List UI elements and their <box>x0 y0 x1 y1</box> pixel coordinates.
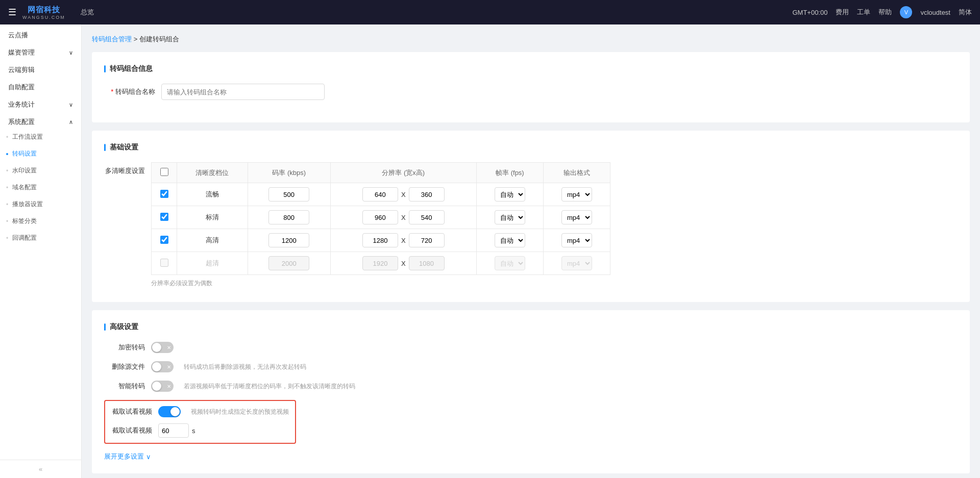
smart-transcode-desc: 若源视频码率低于清晰度档位的码率，则不触发该清晰度的转码 <box>184 382 355 391</box>
resolution-note: 分辨率必须设置为偶数 <box>151 279 610 288</box>
sidebar-item-cloud-edit[interactable]: 云端剪辑 <box>0 59 81 77</box>
top-navigation: ☰ 网宿科技 WANGSU.COM 总览 GMT+00:00 费用 工单 帮助 … <box>0 0 980 24</box>
advanced-settings-title: 高级设置 <box>104 322 958 332</box>
simplify-link[interactable]: 简体 <box>959 8 972 17</box>
thumbnail-duration-unit: s <box>192 427 195 435</box>
right-nav-items: GMT+00:00 费用 工单 帮助 V vcloudtest 简体 <box>792 6 972 18</box>
thumbnail-toggle-thumb <box>170 407 180 416</box>
thumbnail-toggle-row: 截取试看视频 视频转码时生成指定长度的预览视频 <box>111 406 289 417</box>
thumbnail-desc: 视频转码时生成指定长度的预览视频 <box>191 408 289 416</box>
delete-source-desc: 转码成功后将删除源视频，无法再次发起转码 <box>184 363 306 371</box>
breadcrumb-parent[interactable]: 转码组合管理 <box>92 35 132 43</box>
sidebar: 云点播 媒资管理 ∨ 云端剪辑 自助配置 业务统计 ∨ 系统配置 ∧ 工作流设置… <box>0 24 82 478</box>
breadcrumb: 转码组合管理 > 创建转码组合 <box>92 35 970 44</box>
encrypt-row: 加密转码 ✕ <box>104 342 958 353</box>
thumbnail-duration-input[interactable] <box>158 423 189 438</box>
width-input[interactable] <box>362 210 398 224</box>
fps-select[interactable]: 自动 <box>495 187 525 202</box>
sidebar-item-system-config[interactable]: 系统配置 ∧ <box>0 111 81 129</box>
x-separator: X <box>401 237 406 244</box>
menu-icon[interactable]: ☰ <box>8 7 16 18</box>
th-checkbox <box>152 163 177 183</box>
sidebar-item-tag[interactable]: 标签分类 <box>0 213 81 230</box>
fees-link[interactable]: 费用 <box>836 8 849 17</box>
quality-table: 清晰度档位 码率 (kbps) 分辨率 (宽x高) 帧率 (fps) 输出格式 … <box>151 162 610 275</box>
th-resolution: 分辨率 (宽x高) <box>330 163 476 183</box>
breadcrumb-separator: > <box>134 35 138 43</box>
format-select[interactable]: mp4 <box>561 187 592 202</box>
gmt-label: GMT+00:00 <box>792 9 827 16</box>
chevron-up-icon: ∧ <box>69 119 73 125</box>
th-format: 输出格式 <box>543 163 610 183</box>
expand-more-link[interactable]: 展开更多设置 ∨ <box>104 452 958 461</box>
smart-transcode-row: 智能转码 ✕ 若源视频码率低于清晰度档位的码率，则不触发该清晰度的转码 <box>104 381 958 392</box>
row-checkbox-2[interactable] <box>160 236 168 244</box>
combo-name-label: 转码组合名称 <box>104 87 155 96</box>
username-label[interactable]: vcloudtest <box>920 9 950 16</box>
table-row: 超清X自动mp4 <box>152 252 610 275</box>
bitrate-input[interactable] <box>268 233 309 247</box>
combo-name-input[interactable] <box>161 84 325 100</box>
sidebar-item-workflow[interactable]: 工作流设置 <box>0 129 81 145</box>
sidebar-item-player[interactable]: 播放器设置 <box>0 196 81 213</box>
encrypt-label: 加密转码 <box>104 343 145 352</box>
sidebar-item-callback[interactable]: 回调配置 <box>0 230 81 246</box>
thumbnail-duration-row: 截取试看视频 s <box>111 423 289 438</box>
sidebar-item-domain[interactable]: 域名配置 <box>0 179 81 196</box>
chevron-down-icon-2: ∨ <box>69 102 73 108</box>
delete-source-toggle[interactable]: ✕ <box>151 361 174 372</box>
delete-source-toggle-thumb <box>152 362 161 371</box>
sidebar-collapse-button[interactable]: « <box>0 460 81 478</box>
format-select[interactable]: mp4 <box>561 210 592 224</box>
smart-transcode-toggle[interactable]: ✕ <box>151 381 174 392</box>
user-avatar: V <box>900 6 912 18</box>
combo-name-row: 转码组合名称 <box>104 84 958 100</box>
sidebar-item-asset-mgmt[interactable]: 媒资管理 ∨ <box>0 42 81 59</box>
th-bitrate: 码率 (kbps) <box>248 163 330 183</box>
select-all-checkbox[interactable] <box>160 168 168 176</box>
fps-select[interactable]: 自动 <box>495 233 525 247</box>
bitrate-input[interactable] <box>268 210 309 224</box>
breadcrumb-current: 创建转码组合 <box>139 35 179 43</box>
x-separator: X <box>401 260 406 267</box>
quality-cell: 高清 <box>177 229 248 252</box>
help-link[interactable]: 帮助 <box>878 8 892 17</box>
main-content: 转码组合管理 > 创建转码组合 转码组合信息 转码组合名称 基础设置 多清晰度设… <box>82 24 980 478</box>
sidebar-item-self-config[interactable]: 自助配置 <box>0 77 81 94</box>
encrypt-toggle[interactable]: ✕ <box>151 342 174 353</box>
chevron-down-icon: ∨ <box>69 49 73 56</box>
fps-select[interactable]: 自动 <box>495 210 525 224</box>
nav-overview[interactable]: 总览 <box>76 8 99 17</box>
thumbnail-toggle[interactable] <box>158 406 181 417</box>
sidebar-item-cloud-vod[interactable]: 云点播 <box>0 24 81 42</box>
format-select[interactable]: mp4 <box>561 233 592 247</box>
basic-settings-title: 基础设置 <box>104 143 958 152</box>
advanced-settings-card: 高级设置 加密转码 ✕ 删除源文件 ✕ 转码成功后将删除源视频，无法再次发起转码 <box>92 310 970 473</box>
row-checkbox-3[interactable] <box>160 259 168 267</box>
row-checkbox-0[interactable] <box>160 190 168 198</box>
table-row: 高清X自动mp4 <box>152 229 610 252</box>
work-order-link[interactable]: 工单 <box>857 8 870 17</box>
delete-source-x-icon: ✕ <box>167 364 171 370</box>
logo-main-text: 网宿科技 <box>28 5 60 15</box>
format-select: mp4 <box>561 256 592 270</box>
fps-select: 自动 <box>495 256 525 270</box>
bitrate-input[interactable] <box>268 187 309 202</box>
sidebar-item-transcode[interactable]: 转码设置 <box>0 145 81 162</box>
row-checkbox-1[interactable] <box>160 213 168 221</box>
height-input <box>409 256 445 270</box>
table-row: 标清X自动mp4 <box>152 206 610 229</box>
x-separator: X <box>401 191 406 198</box>
logo-sub-text: WANGSU.COM <box>22 15 65 20</box>
height-input[interactable] <box>409 210 445 224</box>
width-input[interactable] <box>362 187 398 202</box>
sidebar-item-business-stats[interactable]: 业务统计 ∨ <box>0 94 81 111</box>
height-input[interactable] <box>409 233 445 247</box>
height-input[interactable] <box>409 187 445 202</box>
sidebar-item-watermark[interactable]: 水印设置 <box>0 162 81 179</box>
width-input[interactable] <box>362 233 398 247</box>
combo-info-card: 转码组合信息 转码组合名称 <box>92 52 970 122</box>
basic-settings-card: 基础设置 多清晰度设置 清晰度档位 码率 (kbps) 分辨率 (宽x高) 帧率… <box>92 131 970 302</box>
smart-transcode-label: 智能转码 <box>104 382 145 391</box>
th-quality: 清晰度档位 <box>177 163 248 183</box>
